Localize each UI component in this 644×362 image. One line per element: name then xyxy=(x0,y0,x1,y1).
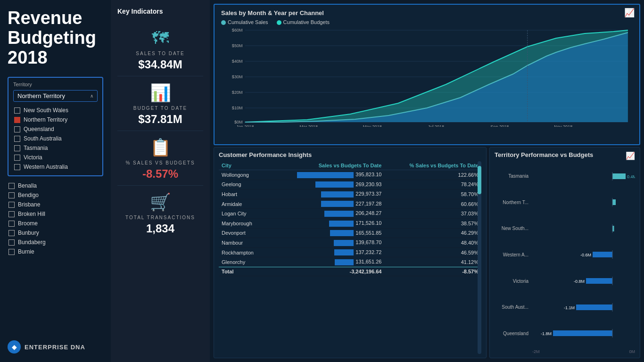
svg-rect-30 xyxy=(532,224,635,233)
bar-svg: -1.8M xyxy=(532,329,635,337)
australia-icon: 🗺 xyxy=(152,28,169,48)
city-list-item[interactable]: Broken Hill xyxy=(8,209,103,219)
city-list-item[interactable]: Bendigo xyxy=(8,190,103,200)
sales-cell: 269,230.93 xyxy=(268,180,385,189)
territory-chart-icon[interactable]: 📈 xyxy=(626,151,635,160)
svg-rect-28 xyxy=(612,199,616,205)
territory-chart-title: Territory Performance vs Budgets xyxy=(495,151,635,158)
table-total-row: Total -3,242,196.64 -8.57% xyxy=(219,267,481,276)
territory-bar-label: Queensland xyxy=(495,331,532,336)
pct-cell: 41.12% xyxy=(384,257,481,267)
total-label: Total xyxy=(219,267,268,276)
pct-cell: 58.70% xyxy=(384,189,481,199)
budget-kpi: 📊 BUDGET TO DATE $37.81M xyxy=(117,76,203,131)
territory-dropdown[interactable]: Northern Territory ∧ xyxy=(13,90,98,102)
territory-bar-row: Northern T... xyxy=(495,198,635,206)
city-item-label: Bunbury xyxy=(18,230,39,236)
checkbox xyxy=(8,249,15,255)
pct-cell: 60.66% xyxy=(384,199,481,209)
territory-list-item[interactable]: New South Wales xyxy=(13,106,98,115)
city-list-item[interactable]: Broome xyxy=(8,219,103,228)
customer-table-panel: Customer Performance Insights City Sales… xyxy=(214,147,487,358)
line-chart-svg: $60M $50M $40M $30M $20M $10M $0M Jan 20… xyxy=(221,28,633,127)
sales-cell: 137,232.72 xyxy=(268,247,385,257)
territory-list-item[interactable]: South Australia xyxy=(13,134,98,143)
sales-value: $34.84M xyxy=(138,58,182,71)
scroll-bar[interactable] xyxy=(478,161,481,354)
app-title: RevenueBudgeting2018 xyxy=(8,8,103,67)
total-pct: -8.57% xyxy=(384,267,481,276)
sales-cell: 227,197.28 xyxy=(268,199,385,209)
pct-label: % SALES VS BUDGETS xyxy=(125,160,195,165)
svg-text:$50M: $50M xyxy=(232,43,243,48)
territory-item-label: Victoria xyxy=(24,154,42,161)
svg-text:-1.8M: -1.8M xyxy=(541,331,552,336)
city-cell: Armidale xyxy=(219,199,268,209)
kpi-title: Key Indicators xyxy=(117,8,203,15)
pct-icon: 📋 xyxy=(150,138,171,157)
svg-rect-24 xyxy=(612,173,626,179)
kpi-panel: Key Indicators 🗺 SALES TO DATE $34.84M 📊… xyxy=(111,0,210,362)
territory-list: New South WalesNorthern TerritoryQueensl… xyxy=(13,106,98,172)
city-cell: Geelong xyxy=(219,180,268,189)
sales-cell: 206,248.27 xyxy=(268,209,385,219)
table-row: Nambour 139,678.70 48.40% xyxy=(219,238,481,248)
city-list-item[interactable]: Bundaberg xyxy=(8,238,103,247)
city-cell: Nambour xyxy=(219,238,268,248)
sales-cell: 139,678.70 xyxy=(268,238,385,248)
customer-table-title: Customer Performance Insights xyxy=(219,151,481,158)
city-cell: Hobart xyxy=(219,189,268,199)
city-filter-list: BenallaBendigoBrisbaneBroken HillBroomeB… xyxy=(8,181,103,256)
territory-bar-label: Western A... xyxy=(495,252,532,257)
chart-legend: Cumulative Sales Cumulative Budgets xyxy=(221,19,633,25)
customer-table-container: City Sales vs Budgets To Date % Sales vs… xyxy=(219,161,481,354)
city-list-item[interactable]: Burnie xyxy=(8,247,103,256)
logo-text: ENTERPRISE DNA xyxy=(25,344,85,351)
territory-item-label: Western Australia xyxy=(24,164,68,170)
city-list-item[interactable]: Brisbane xyxy=(8,200,103,209)
transactions-icon: 🛒 xyxy=(150,192,171,212)
sales-cell: 131,651.26 xyxy=(268,257,385,267)
checkbox xyxy=(8,211,15,217)
table-row: Geelong 269,230.93 78.24% xyxy=(219,180,481,189)
city-item-label: Broken Hill xyxy=(18,211,45,217)
legend-sales: Cumulative Sales xyxy=(228,19,268,25)
axis-label-0m: 0M xyxy=(629,349,635,354)
budget-label: BUDGET TO DATE xyxy=(133,106,188,111)
city-cell: Logan City xyxy=(219,209,268,219)
svg-text:-0.6M: -0.6M xyxy=(580,253,591,257)
territory-list-item[interactable]: Western Australia xyxy=(13,162,98,172)
territory-list-item[interactable]: Northern Territory xyxy=(13,115,98,124)
territory-bar-row: Tasmania0.4M xyxy=(495,172,635,181)
pct-cell: 122.66% xyxy=(384,170,481,180)
svg-text:$60M: $60M xyxy=(232,28,243,33)
territory-item-label: New South Wales xyxy=(24,107,68,114)
checkbox xyxy=(8,221,15,227)
svg-text:$20M: $20M xyxy=(232,90,243,95)
territory-list-item[interactable]: Victoria xyxy=(13,153,98,162)
svg-rect-42 xyxy=(576,304,612,310)
city-list-item[interactable]: Benalla xyxy=(8,181,103,190)
territory-bar-label: Northern T... xyxy=(495,200,532,205)
territory-list-item[interactable]: Tasmania xyxy=(13,143,98,153)
chart-expand-icon[interactable]: 📈 xyxy=(624,8,635,18)
territory-filter: Territory Northern Territory ∧ New South… xyxy=(8,77,103,176)
pct-cell: 48.40% xyxy=(384,238,481,248)
pct-cell: 46.29% xyxy=(384,228,481,238)
city-cell: Devonport xyxy=(219,228,268,238)
city-list-item[interactable]: Bunbury xyxy=(8,228,103,238)
checkbox xyxy=(14,136,20,142)
chevron-down-icon: ∧ xyxy=(90,93,93,99)
sales-chart: Sales by Month & Year per Channel Cumula… xyxy=(214,4,640,145)
bar-svg xyxy=(532,198,635,206)
checkbox xyxy=(14,155,20,161)
table-row: Wollongong 395,823.10 122.66% xyxy=(219,170,481,180)
transactions-kpi: 🛒 TOTAL TRANSACTIONS 1,834 xyxy=(117,186,203,240)
territory-bar-row: Western A...-0.6M xyxy=(495,250,635,259)
bar-svg: -0.8M xyxy=(532,277,635,285)
svg-text:Nov 2018: Nov 2018 xyxy=(554,124,572,127)
territory-bar-row: Victoria-0.8M xyxy=(495,277,635,285)
line-chart-area: $60M $50M $40M $30M $20M $10M $0M Jan 20… xyxy=(221,28,633,127)
sales-cell: 171,526.10 xyxy=(268,218,385,228)
territory-list-item[interactable]: Queensland xyxy=(13,124,98,134)
